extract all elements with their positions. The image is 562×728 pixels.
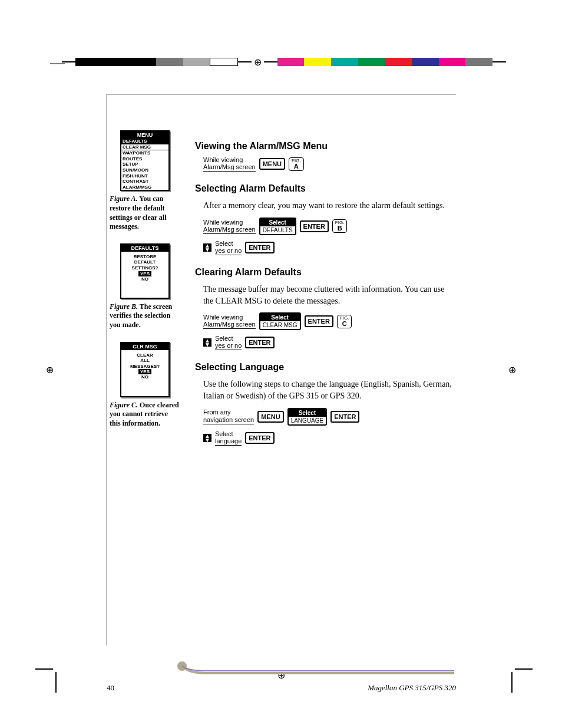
registration-mark-icon: ⊕: [46, 364, 54, 375]
steps-defaults: While viewingAlarm/Msg screen SelectDEFA…: [203, 218, 456, 255]
heading-selecting-defaults: Selecting Alarm Defaults: [195, 183, 456, 194]
lcd-row: CONTRAST: [121, 179, 168, 185]
lcd-row: NO: [121, 276, 168, 282]
registration-color-bar: ⊕: [62, 58, 506, 66]
body-selecting-language: Use the following steps to change the la…: [203, 378, 456, 401]
lcd-row: RESTORE: [121, 254, 168, 260]
page-number: 40: [107, 683, 114, 693]
steps-language: From anynavigation screen MENU SelectLAN…: [203, 408, 456, 446]
lcd-row: NO: [121, 374, 168, 380]
lcd-row: ROUTES: [121, 156, 168, 162]
body-clearing-defaults: The message buffer may become cluttered …: [203, 284, 456, 307]
crop-mark: [35, 663, 59, 687]
enter-button: ENTER: [330, 411, 359, 423]
select-defaults-button: SelectDEFAULTS: [259, 218, 296, 235]
step-context: From anynavigation screen: [203, 409, 254, 424]
lcd-row: WAYPOINTS: [121, 150, 168, 156]
lcd-figure-b: DEFAULTS RESTORE DEFAULT SETTINGS? YES N…: [120, 243, 170, 299]
lcd-figure-a: MENU DEFAULTS CLEAR MSG WAYPOINTS ROUTES…: [120, 130, 170, 191]
figure-ref-a: FIG.A: [289, 157, 304, 171]
step-context: While viewingAlarm/Msg screen: [203, 156, 256, 172]
body-selecting-defaults: After a memory clear, you may want to re…: [203, 200, 456, 212]
lcd-selected-row: DEFAULTS: [121, 139, 168, 144]
lcd-row: CLEAR: [121, 353, 168, 358]
menu-button: MENU: [259, 158, 285, 170]
enter-button: ENTER: [300, 220, 329, 232]
select-clearmsg-button: SelectCLEAR MSG: [259, 312, 301, 330]
lcd-row: YES: [121, 271, 168, 276]
step-context: While viewingAlarm/Msg screen: [203, 314, 256, 329]
enter-button: ENTER: [245, 337, 274, 348]
lcd-row: SETTINGS?: [121, 265, 168, 271]
enter-button: ENTER: [245, 432, 274, 444]
lcd-row: ALARM/MSG: [121, 185, 168, 190]
decorative-rule: [101, 657, 454, 675]
enter-button: ENTER: [305, 315, 333, 327]
step-context: Selectyes or no: [215, 240, 242, 255]
figure-ref-b: FIG.B: [332, 219, 348, 233]
figure-c-caption: Figure C. Once cleared you cannot retrie…: [110, 401, 180, 429]
figure-ref-c: FIG.C: [337, 315, 352, 328]
book-title: Magellan GPS 315/GPS 320: [368, 683, 456, 693]
menu-button: MENU: [257, 411, 283, 423]
arrow-up-down-icon: ▲▼: [203, 338, 211, 347]
step-context: While viewingAlarm/Msg screen: [203, 219, 256, 234]
sidebar-figures: MENU DEFAULTS CLEAR MSG WAYPOINTS ROUTES…: [110, 130, 180, 440]
heading-clearing-defaults: Clearing Alarm Defaults: [195, 267, 456, 278]
figure-b-caption: Figure B. The screen verifies the select…: [110, 302, 180, 330]
lcd-title: CLR MSG: [121, 343, 168, 350]
lcd-row: SUN/MOON: [121, 167, 168, 173]
steps-viewing: While viewingAlarm/Msg screen MENU FIG.A: [203, 156, 456, 172]
lcd-title: DEFAULTS: [121, 245, 168, 252]
registration-mark-icon: ⊕: [508, 364, 516, 375]
arrow-up-down-icon: ▲▼: [203, 243, 211, 252]
steps-clearing: While viewingAlarm/Msg screen SelectCLEA…: [203, 312, 456, 350]
figure-a-caption: Figure A. You can restore the default se…: [110, 195, 180, 231]
heading-selecting-language: Selecting Language: [195, 362, 456, 373]
crop-mark: [50, 46, 74, 70]
step-context: Selectlanguage: [215, 430, 242, 446]
step-context: Selectyes or no: [215, 335, 242, 350]
crop-mark: [503, 663, 527, 687]
arrow-up-down-icon: ▲▼: [203, 434, 211, 442]
lcd-row: ALL: [121, 358, 168, 364]
lcd-title: MENU: [121, 131, 168, 139]
lcd-row: MESSAGES?: [121, 364, 168, 370]
lcd-row: CLEAR MSG: [121, 144, 168, 151]
heading-viewing-alarm: Viewing the Alarm/MSG Menu: [195, 141, 456, 151]
page-footer: 40 Magellan GPS 315/GPS 320: [107, 683, 456, 693]
select-language-button: SelectLANGUAGE: [287, 408, 328, 426]
enter-button: ENTER: [245, 242, 274, 253]
lcd-row: SETUP: [121, 162, 168, 167]
lcd-row: DEFAULT: [121, 259, 168, 265]
lcd-row: YES: [121, 369, 168, 374]
lcd-figure-c: CLR MSG CLEAR ALL MESSAGES? YES NO: [120, 342, 170, 397]
lcd-row: FISH/HUNT: [121, 173, 168, 179]
